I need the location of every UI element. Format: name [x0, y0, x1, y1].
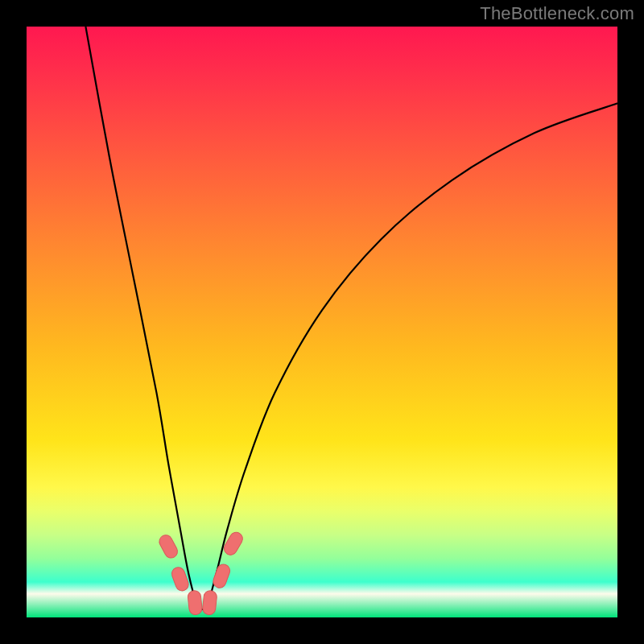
- bottleneck-curve-path: [85, 27, 617, 609]
- curve-marker: [157, 533, 180, 560]
- curve-marker: [212, 563, 232, 590]
- curve-marker: [188, 590, 203, 616]
- watermark-text: TheBottleneck.com: [480, 3, 634, 24]
- curve-markers: [157, 530, 245, 615]
- curve-marker: [202, 590, 217, 616]
- chart-frame: TheBottleneck.com: [0, 0, 644, 644]
- bottleneck-curve-svg: [27, 27, 617, 617]
- plot-area: [27, 27, 617, 617]
